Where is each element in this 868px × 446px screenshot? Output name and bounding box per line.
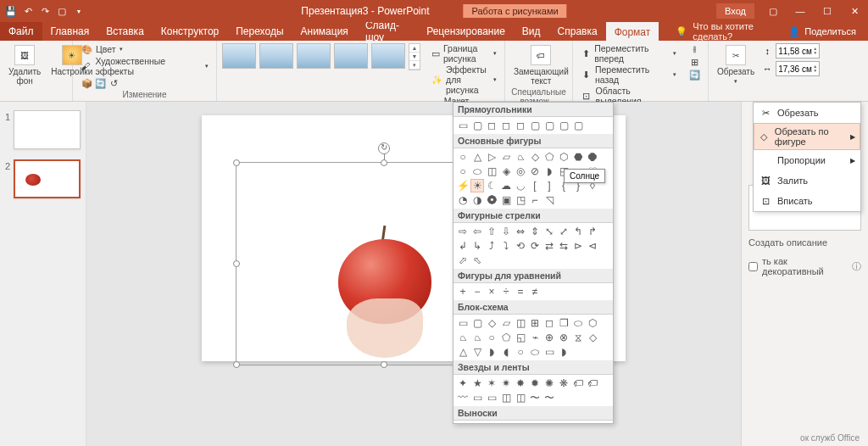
shape-seq-access[interactable]: ○ xyxy=(514,345,527,359)
shape-rounded-rect[interactable]: ▢ xyxy=(470,119,484,132)
shape-multiply[interactable]: × xyxy=(485,285,498,298)
shape-data[interactable]: ▱ xyxy=(499,316,513,330)
crop-menu-fill[interactable]: 🖼Залить xyxy=(754,170,860,191)
menu-animations[interactable]: Анимация xyxy=(292,22,357,41)
thumbnail-slide-1[interactable] xyxy=(14,110,81,149)
shape-decision[interactable]: ◇ xyxy=(485,316,498,330)
shape-equals[interactable]: = xyxy=(514,285,527,298)
shape-callout[interactable]: ◱ xyxy=(499,422,513,424)
height-input[interactable]: 11,58 см▲▼ xyxy=(776,43,820,59)
shape-pie[interactable]: ◔ xyxy=(456,193,470,207)
shape-offpage[interactable]: ⬠ xyxy=(499,331,513,344)
info-icon[interactable]: ⓘ xyxy=(852,260,861,273)
shape-no[interactable]: ⊘ xyxy=(528,164,542,178)
shape-plus[interactable]: + xyxy=(456,285,470,298)
shape-manual-input[interactable]: ⏢ xyxy=(456,331,470,344)
shape-arrow[interactable]: ⟲ xyxy=(514,239,527,253)
shape-snip-rect[interactable]: ◻ xyxy=(514,119,527,132)
shape-star[interactable]: ★ xyxy=(470,376,484,390)
resize-handle[interactable] xyxy=(233,361,240,368)
redo-icon[interactable]: ↷ xyxy=(39,5,51,17)
shape-star[interactable]: ✷ xyxy=(499,376,513,390)
shape-display[interactable]: ◗ xyxy=(557,345,570,359)
shape-not-equal[interactable]: ≠ xyxy=(528,285,542,298)
resize-handle[interactable] xyxy=(233,159,240,166)
alt-text-button[interactable]: 🏷 Замещающий текст xyxy=(510,43,572,87)
shape-ribbon[interactable]: 🏷 xyxy=(571,376,585,390)
shape-cloud[interactable]: ☁ xyxy=(499,179,513,192)
menu-transitions[interactable]: Переходы xyxy=(227,22,292,41)
shape-snip-rect[interactable]: ◻ xyxy=(485,119,498,132)
shape-collate[interactable]: ⧖ xyxy=(571,331,585,344)
menu-format[interactable]: Формат xyxy=(606,22,659,41)
shape-merge[interactable]: ▽ xyxy=(470,345,484,359)
shape-callout[interactable]: ◳ xyxy=(528,422,542,424)
resize-handle[interactable] xyxy=(233,260,240,267)
shape-trapezoid[interactable]: ⏢ xyxy=(514,150,527,164)
shape-pentagon[interactable]: ⬠ xyxy=(542,150,556,164)
qat-more-icon[interactable]: ▼ xyxy=(73,5,85,17)
shape-direct[interactable]: ▭ xyxy=(542,345,556,359)
shape-round-rect[interactable]: ▢ xyxy=(528,119,542,132)
shape-arrow[interactable]: ⇕ xyxy=(528,225,542,238)
shape-terminator[interactable]: ⬭ xyxy=(571,316,585,330)
shape-l[interactable]: ⌐ xyxy=(528,193,542,207)
shape-or[interactable]: ⊗ xyxy=(557,331,570,344)
shape-star[interactable]: ✹ xyxy=(528,376,542,390)
shape-star[interactable]: ✦ xyxy=(456,376,470,390)
menu-review[interactable]: Рецензирование xyxy=(418,22,514,41)
width-input[interactable]: 17,36 см▲▼ xyxy=(776,61,820,76)
shape-minus[interactable]: − xyxy=(470,285,484,298)
minimize-icon[interactable]: — xyxy=(787,0,814,22)
undo-icon[interactable]: ↶ xyxy=(22,5,34,17)
shape-round-rect[interactable]: ▢ xyxy=(542,119,556,132)
group-icon[interactable]: ⊞ xyxy=(688,56,700,68)
shape-triangle[interactable]: △ xyxy=(470,150,484,164)
shape-callout[interactable]: ◰ xyxy=(542,422,556,424)
menu-file[interactable]: Файл xyxy=(0,22,42,41)
shape-process[interactable]: ▭ xyxy=(456,316,470,330)
resize-handle[interactable] xyxy=(381,361,387,368)
shape-arrow[interactable]: ⤢ xyxy=(557,225,570,238)
shape-arrow[interactable]: ⬀ xyxy=(456,254,470,267)
shape-junction[interactable]: ⊕ xyxy=(542,331,556,344)
shape-arrow[interactable]: ⇔ xyxy=(514,225,527,238)
gallery-more-button[interactable]: ▲▼▾ xyxy=(409,43,420,70)
shape-predefined[interactable]: ◫ xyxy=(514,316,527,330)
style-thumb[interactable] xyxy=(259,43,293,69)
shape-arrow[interactable]: ⇧ xyxy=(485,225,498,238)
color-button[interactable]: 🎨Цвет ▾ xyxy=(78,43,211,55)
shape-bracket[interactable]: ] xyxy=(542,179,556,192)
shape-star[interactable]: ❋ xyxy=(557,376,570,390)
picture-styles-gallery[interactable]: ▲▼▾ xyxy=(222,43,420,70)
shape-ribbon[interactable]: 🏷 xyxy=(586,376,599,390)
shape-cube[interactable]: ◫ xyxy=(485,164,498,178)
compress-icon[interactable]: 📦 xyxy=(81,77,92,89)
shape-snip-rect[interactable]: ◻ xyxy=(499,119,513,132)
shape-callout[interactable]: 💬 xyxy=(456,422,470,424)
shape-arrow[interactable]: ↲ xyxy=(456,239,470,253)
style-thumb[interactable] xyxy=(297,43,331,69)
shape-wave[interactable]: 〜 xyxy=(528,391,542,404)
shape-rectangle[interactable]: ▭ xyxy=(456,119,470,132)
send-backward-button[interactable]: ⬇Переместить назад ▾ xyxy=(578,64,679,85)
shape-callout[interactable]: 🗯 xyxy=(485,422,498,424)
shape-block-arc[interactable]: ◗ xyxy=(542,164,556,178)
style-thumb[interactable] xyxy=(222,43,256,69)
shape-document[interactable]: ◻ xyxy=(542,316,556,330)
shape-callout[interactable]: 🗨 xyxy=(470,422,484,424)
shape-wave[interactable]: 〰 xyxy=(456,391,470,404)
picture-border-button[interactable]: ▭Граница рисунка ▾ xyxy=(429,43,499,64)
shape-star[interactable]: ✺ xyxy=(542,376,556,390)
shape-round-rect[interactable]: ▢ xyxy=(557,119,570,132)
crop-button[interactable]: ✂ Обрезать ▾ xyxy=(714,43,758,86)
rotate-icon[interactable]: 🔄 xyxy=(688,69,700,81)
shape-arrow[interactable]: ⇄ xyxy=(542,239,556,253)
shape-decagon[interactable]: ○ xyxy=(456,164,470,178)
shape-star[interactable]: ✸ xyxy=(514,376,527,390)
shape-connector[interactable]: ○ xyxy=(485,331,498,344)
menu-slideshow[interactable]: Слайд-шоу xyxy=(357,22,418,41)
shape-triangle[interactable]: ▷ xyxy=(485,150,498,164)
shape-arc[interactable]: ◡ xyxy=(514,179,527,192)
crop-menu-shape[interactable]: ◇Обрезать по фигуре▶ xyxy=(754,123,860,150)
